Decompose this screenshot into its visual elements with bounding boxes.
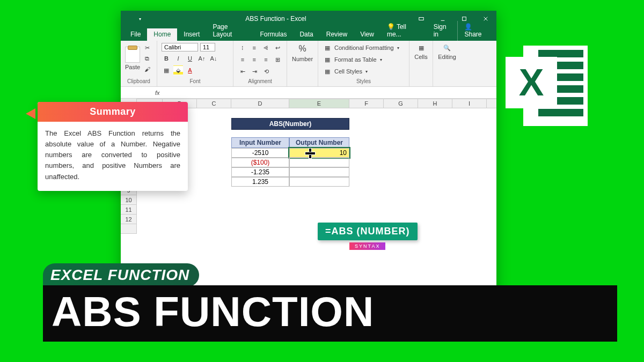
cell-d2[interactable]: ($100) (231, 158, 289, 167)
fill-color-icon[interactable]: ⬙ (173, 65, 183, 75)
group-font: Font (162, 78, 229, 84)
svg-rect-4 (463, 17, 466, 21)
fx-icon[interactable]: fx (152, 90, 163, 96)
group-styles: Styles (323, 78, 405, 84)
merge-icon[interactable]: ⊞ (273, 55, 282, 64)
cell-d3[interactable]: -1.235 (231, 167, 289, 177)
col-e[interactable]: E (289, 99, 349, 108)
cell-styles-icon: ▦ (323, 67, 332, 76)
font-color-icon[interactable]: A (185, 65, 195, 75)
cell-hdr-input[interactable]: Input Number (231, 137, 289, 148)
paste-label: Paste (125, 64, 140, 70)
tab-data[interactable]: Data (293, 28, 319, 41)
col-i[interactable]: I (452, 99, 487, 108)
row-11[interactable]: 11 (121, 205, 136, 215)
cells-label[interactable]: Cells (414, 54, 427, 60)
number-label[interactable]: Number (292, 56, 313, 62)
tab-review[interactable]: Review (320, 28, 354, 41)
cells-icon[interactable]: ▦ (416, 43, 426, 53)
orientation-icon[interactable]: ⟲ (261, 67, 271, 76)
tab-view[interactable]: View (354, 28, 380, 41)
cell-e1-value: 10 (340, 149, 347, 157)
callout-arrow-icon (26, 108, 35, 119)
row-13[interactable] (121, 224, 136, 234)
format-as-table-button[interactable]: ▦Format as Table▾ (323, 55, 405, 64)
column-headers: B C D E F G H I (137, 99, 496, 108)
summary-callout: Summary The Excel ABS Function returns t… (38, 102, 188, 191)
cell-e1-selected[interactable]: 10 (289, 148, 349, 158)
syntax-formula: =ABS (NUMBER) (318, 223, 418, 240)
svg-rect-2 (419, 18, 423, 20)
align-bottom-icon[interactable]: ⫷ (261, 43, 271, 53)
copy-icon[interactable]: ⧉ (142, 54, 152, 63)
cell-e2[interactable] (289, 158, 349, 167)
logo-x-icon: X (507, 58, 556, 107)
col-d[interactable]: D (231, 99, 289, 108)
percent-icon[interactable]: % (296, 43, 310, 55)
ribbon: Paste ✂ ⧉ 🖌 Clipboard (121, 41, 496, 87)
conditional-formatting-button[interactable]: ▦Conditional Formatting▾ (323, 43, 405, 53)
underline-button[interactable]: U (185, 54, 195, 63)
align-middle-icon[interactable]: ≡ (250, 43, 259, 53)
col-g[interactable]: G (384, 99, 418, 108)
align-center-icon[interactable]: ≡ (250, 55, 259, 64)
increase-indent-icon[interactable]: ⇥ (250, 67, 259, 76)
tab-file[interactable]: File (124, 28, 147, 41)
decrease-font-icon[interactable]: A↓ (209, 54, 218, 63)
tab-insert[interactable]: Insert (177, 28, 206, 41)
syntax-badge: =ABS (NUMBER) SYNTAX (318, 223, 418, 250)
cell-d1[interactable]: -2510 (231, 148, 289, 158)
format-table-icon: ▦ (323, 55, 332, 64)
editing-label[interactable]: Editing (438, 54, 456, 60)
tab-tellme[interactable]: 💡Tell me... (380, 21, 427, 41)
wrap-text-icon[interactable]: ↩ (273, 43, 282, 53)
cell-styles-button[interactable]: ▦Cell Styles▾ (323, 67, 405, 76)
align-right-icon[interactable]: ≡ (261, 55, 271, 64)
footer-title: ABS FUNCTION (43, 285, 617, 342)
borders-icon[interactable]: ▦ (162, 65, 171, 75)
tab-pagelayout[interactable]: Page Layout (206, 21, 253, 41)
row-10[interactable]: 10 (121, 195, 136, 205)
bold-button[interactable]: B (162, 54, 171, 63)
cell-e4[interactable] (289, 177, 349, 187)
summary-title: Summary (38, 102, 188, 122)
col-h[interactable]: H (418, 99, 452, 108)
syntax-label: SYNTAX (349, 242, 385, 250)
cell-abs-title[interactable]: ABS(Number) (231, 118, 349, 130)
increase-font-icon[interactable]: A↑ (197, 54, 207, 63)
ribbon-tabs: File Home Insert Page Layout Formulas Da… (121, 27, 496, 41)
tab-formulas[interactable]: Formulas (253, 28, 293, 41)
align-left-icon[interactable]: ≡ (238, 55, 247, 64)
conditional-formatting-icon: ▦ (323, 43, 332, 53)
group-alignment: Alignment (238, 78, 282, 84)
signin[interactable]: Sign in (427, 21, 458, 41)
font-size-select[interactable] (200, 43, 215, 51)
window-title: ABS Function - Excel (141, 15, 411, 23)
font-name-select[interactable] (162, 43, 198, 51)
decrease-indent-icon[interactable]: ⇤ (238, 67, 247, 76)
col-f[interactable]: F (349, 99, 384, 108)
paste-icon[interactable] (125, 47, 140, 63)
format-painter-icon[interactable]: 🖌 (142, 64, 152, 74)
formula-input[interactable] (163, 92, 496, 94)
editing-icon[interactable]: 🔍 (442, 43, 452, 53)
group-clipboard: Clipboard (125, 78, 152, 84)
row-12[interactable]: 12 (121, 215, 136, 224)
footer-subtitle: EXCEL FUNCTION (43, 263, 199, 287)
excel-logo: X (494, 32, 617, 139)
share-button[interactable]: 👤Share (457, 21, 496, 41)
italic-button[interactable]: I (173, 54, 183, 63)
cell-d4[interactable]: 1.235 (231, 177, 289, 187)
summary-body: The Excel ABS Function returns the absol… (38, 122, 188, 191)
col-c[interactable]: C (197, 99, 231, 108)
align-top-icon[interactable]: ⫶ (238, 43, 247, 53)
cell-e3[interactable] (289, 167, 349, 177)
tab-home[interactable]: Home (147, 28, 177, 41)
cut-icon[interactable]: ✂ (142, 43, 152, 53)
cell-hdr-output[interactable]: Output Number (289, 137, 349, 148)
formula-bar: fx (121, 87, 496, 99)
